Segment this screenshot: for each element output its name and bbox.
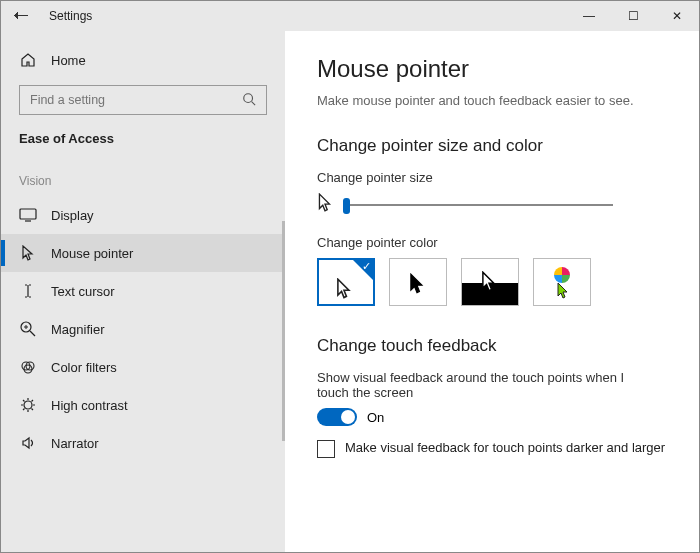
color-filters-icon (19, 358, 37, 376)
touch-feedback-toggle[interactable] (317, 408, 357, 426)
sidebar-item-label: Text cursor (51, 284, 115, 299)
pointer-size-slider[interactable] (343, 204, 613, 206)
pointer-color-option-white[interactable]: ✓ (317, 258, 375, 306)
sidebar-item-label: Display (51, 208, 94, 223)
page-title: Mouse pointer (317, 55, 669, 83)
darker-larger-label: Make visual feedback for touch points da… (345, 440, 665, 455)
display-icon (19, 206, 37, 224)
close-button[interactable]: ✕ (655, 1, 699, 31)
home-link[interactable]: Home (1, 45, 285, 75)
sidebar: Home Ease of Access Vision Display Mouse… (1, 31, 285, 552)
pointer-color-label: Change pointer color (317, 235, 669, 250)
svg-rect-2 (20, 209, 36, 219)
search-input[interactable] (30, 93, 242, 107)
slider-thumb[interactable] (343, 198, 350, 214)
toggle-state-label: On (367, 410, 384, 425)
svg-line-1 (252, 101, 256, 105)
sidebar-item-label: Narrator (51, 436, 99, 451)
touch-feedback-label: Show visual feedback around the touch po… (317, 370, 657, 400)
svg-point-11 (24, 401, 32, 409)
svg-line-5 (30, 331, 35, 336)
section-heading-touch: Change touch feedback (317, 336, 669, 356)
back-button[interactable]: 🠐 (1, 7, 41, 25)
home-icon (19, 51, 37, 69)
content-pane: Mouse pointer Make mouse pointer and tou… (285, 31, 699, 552)
maximize-button[interactable]: ☐ (611, 1, 655, 31)
svg-point-0 (244, 93, 253, 102)
page-subtitle: Make mouse pointer and touch feedback ea… (317, 93, 669, 108)
sidebar-item-mouse-pointer[interactable]: Mouse pointer (1, 234, 285, 272)
sidebar-item-color-filters[interactable]: Color filters (1, 348, 285, 386)
category-label: Ease of Access (1, 115, 285, 154)
sidebar-item-text-cursor[interactable]: Text cursor (1, 272, 285, 310)
search-icon (242, 92, 256, 109)
sidebar-item-high-contrast[interactable]: High contrast (1, 386, 285, 424)
section-heading-size-color: Change pointer size and color (317, 136, 669, 156)
mouse-pointer-icon (19, 244, 37, 262)
text-cursor-icon (19, 282, 37, 300)
pointer-size-slider-row (317, 193, 669, 217)
pointer-color-option-black[interactable] (389, 258, 447, 306)
sidebar-item-label: High contrast (51, 398, 128, 413)
sidebar-item-magnifier[interactable]: Magnifier (1, 310, 285, 348)
home-label: Home (51, 53, 86, 68)
pointer-color-option-custom[interactable] (533, 258, 591, 306)
sidebar-item-narrator[interactable]: Narrator (1, 424, 285, 462)
group-label: Vision (1, 154, 285, 196)
darker-larger-checkbox[interactable] (317, 440, 335, 458)
pointer-size-label: Change pointer size (317, 170, 669, 185)
high-contrast-icon (19, 396, 37, 414)
magnifier-icon (19, 320, 37, 338)
window-title: Settings (49, 9, 92, 23)
narrator-icon (19, 434, 37, 452)
search-box[interactable] (19, 85, 267, 115)
titlebar: 🠐 Settings — ☐ ✕ (1, 1, 699, 31)
pointer-color-option-inverted[interactable] (461, 258, 519, 306)
sidebar-item-label: Magnifier (51, 322, 104, 337)
cursor-preview-small-icon (317, 193, 333, 217)
minimize-button[interactable]: — (567, 1, 611, 31)
sidebar-item-display[interactable]: Display (1, 196, 285, 234)
sidebar-item-label: Color filters (51, 360, 117, 375)
sidebar-item-label: Mouse pointer (51, 246, 133, 261)
